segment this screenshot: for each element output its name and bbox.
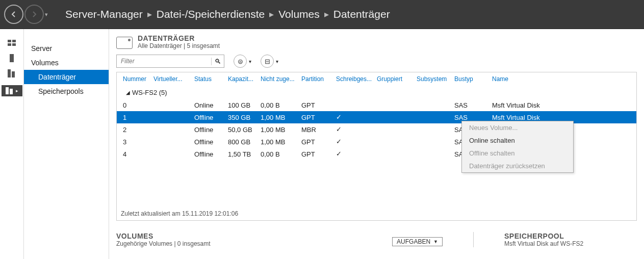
svg-rect-1 bbox=[12, 40, 16, 42]
sidebar-item-server[interactable]: Server bbox=[24, 41, 109, 56]
pool-title: SPEICHERPOOL bbox=[504, 232, 637, 240]
col-subsystem[interactable]: Subsystem bbox=[417, 75, 454, 83]
col-capacity[interactable]: Kapazit... bbox=[228, 75, 261, 83]
servers-icon[interactable] bbox=[7, 70, 17, 77]
context-menu-item: Offline schalten bbox=[462, 147, 573, 160]
col-bustype[interactable]: Bustyp bbox=[454, 75, 492, 83]
breadcrumb-item[interactable]: Volumes bbox=[278, 8, 320, 20]
tasks-button[interactable]: AUFGABEN ▼ bbox=[392, 237, 443, 246]
chevron-down-icon[interactable]: ▾ bbox=[249, 59, 251, 64]
pool-panel: SPEICHERPOOL Msft Virtual Disk auf WS-FS… bbox=[504, 232, 637, 247]
page-title: DATENTRÄGER bbox=[138, 34, 220, 42]
svg-rect-6 bbox=[12, 71, 15, 77]
server-icon[interactable] bbox=[7, 55, 17, 62]
col-virtual[interactable]: Virtueller... bbox=[153, 75, 194, 83]
dashboard-icon[interactable] bbox=[7, 39, 17, 46]
table-row[interactable]: 0Online100 GB0,00 BGPTSASMsft Virtual Di… bbox=[117, 99, 636, 111]
page-subtitle: Alle Datenträger | 5 insgesamt bbox=[138, 42, 220, 49]
save-view-button[interactable]: ⊟ bbox=[261, 55, 274, 68]
breadcrumb-item[interactable]: Datenträger bbox=[333, 8, 390, 20]
title-bar: ▾ Server-Manager▸ Datei-/Speicherdienste… bbox=[0, 0, 644, 29]
volumes-panel: VOLUMES Zugehörige Volumes | 0 insgesamt… bbox=[116, 232, 443, 247]
svg-rect-0 bbox=[8, 40, 11, 42]
storage-icon[interactable]: ▸ bbox=[2, 85, 22, 96]
context-menu: Neues Volume...Online schaltenOffline sc… bbox=[461, 121, 574, 173]
filter-box: 🔍︎ bbox=[116, 55, 224, 68]
svg-rect-8 bbox=[10, 89, 13, 94]
sidebar-item-volumes[interactable]: Volumes bbox=[24, 56, 109, 70]
col-status[interactable]: Status bbox=[194, 75, 228, 83]
svg-rect-3 bbox=[12, 43, 16, 46]
nav-forward-button[interactable] bbox=[24, 5, 44, 24]
context-menu-item: Datenträger zurücksetzen bbox=[462, 160, 573, 172]
filter-input[interactable] bbox=[117, 58, 211, 65]
context-menu-item: Neues Volume... bbox=[462, 121, 573, 134]
sidebar-item-pools[interactable]: Speicherpools bbox=[24, 84, 109, 98]
col-partition[interactable]: Partition bbox=[301, 75, 336, 83]
col-unallocated[interactable]: Nicht zuge... bbox=[261, 75, 301, 83]
col-readonly[interactable]: Schreibges... bbox=[336, 75, 377, 83]
svg-rect-4 bbox=[10, 54, 14, 62]
nav-sidebar: Server Volumes Datenträger Speicherpools bbox=[24, 29, 109, 259]
col-number[interactable]: Nummer bbox=[121, 75, 153, 83]
chevron-down-icon[interactable]: ▾ bbox=[276, 59, 278, 64]
nav-dropdown-icon[interactable]: ▾ bbox=[45, 11, 48, 18]
breadcrumb-item[interactable]: Server-Manager bbox=[65, 8, 143, 20]
svg-rect-7 bbox=[6, 87, 9, 94]
last-updated: Zuletzt aktualisiert am 15.11.2019 12:01… bbox=[121, 210, 238, 217]
col-clustered[interactable]: Gruppiert bbox=[377, 75, 417, 83]
breadcrumb-item[interactable]: Datei-/Speicherdienste bbox=[157, 8, 265, 20]
pool-subtitle: Msft Virtual Disk auf WS-FS2 bbox=[504, 240, 637, 247]
breadcrumb: Server-Manager▸ Datei-/Speicherdienste▸ … bbox=[65, 8, 390, 20]
main-content: DATENTRÄGER Alle Datenträger | 5 insgesa… bbox=[109, 29, 644, 259]
sidebar-item-disks[interactable]: Datenträger bbox=[24, 70, 109, 84]
context-menu-item[interactable]: Online schalten bbox=[462, 134, 573, 147]
nav-back-button[interactable] bbox=[4, 5, 23, 24]
view-options-button[interactable]: ⊜ bbox=[234, 55, 247, 68]
col-name[interactable]: Name bbox=[492, 75, 632, 83]
group-header[interactable]: ◢ WS-FS2 (5) bbox=[117, 86, 636, 99]
svg-rect-5 bbox=[8, 69, 11, 77]
icon-rail: ▸ bbox=[0, 29, 24, 259]
svg-rect-2 bbox=[8, 43, 11, 46]
search-icon[interactable]: 🔍︎ bbox=[211, 58, 224, 65]
disk-icon bbox=[116, 37, 133, 49]
